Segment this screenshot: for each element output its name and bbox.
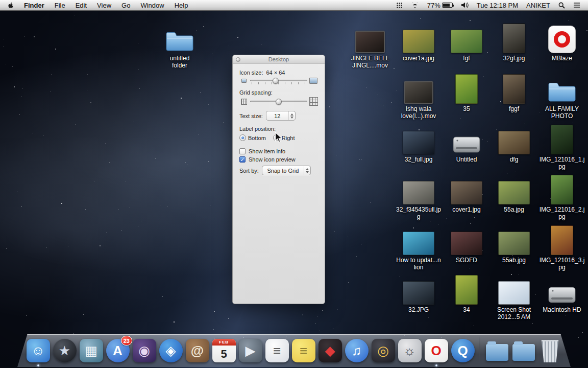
glyph: @ [191, 343, 204, 359]
desktop-icon-32gf-jpg[interactable]: 32gf.jpg [490, 19, 538, 62]
clock-menu[interactable]: Tue 12:18 PM [473, 0, 522, 11]
dock-quicktime[interactable]: Q [451, 338, 475, 362]
grid-spacing-slider-track[interactable] [250, 98, 307, 105]
file-label: MBlaze [538, 55, 586, 62]
spotlight-menu[interactable] [555, 0, 569, 11]
menu-file[interactable]: File [50, 0, 70, 11]
trash-icon [540, 340, 560, 362]
battery-icon [442, 3, 453, 8]
icon-size-label: Icon size: [239, 70, 263, 76]
desktop-icon-fggf[interactable]: fggf [490, 70, 538, 112]
dock-facetime[interactable]: ▶ [238, 338, 262, 362]
show-item-info-row[interactable]: Show item info [239, 148, 318, 154]
show-item-info-label: Show item info [249, 148, 285, 154]
desktop-icon-32-f345435ull-jpg[interactable]: 32_f345435ull.jpg [395, 171, 443, 220]
dock-mission-control[interactable]: ▦ [79, 338, 103, 362]
dock-contacts[interactable]: @ [185, 338, 209, 362]
desktop-icon-cover1a-jpg[interactable]: cover1a.jpg [395, 19, 443, 62]
show-item-info-checkbox[interactable] [239, 148, 246, 154]
documents-folder-icon [512, 344, 535, 361]
dock-itunes[interactable]: ♫ [345, 338, 369, 362]
desktop-icon-32-full-jpg[interactable]: 32_full.jpg [395, 121, 443, 163]
wifi-menu[interactable] [407, 0, 423, 11]
dock-trash[interactable] [538, 338, 562, 362]
label-position-bottom-radio[interactable]: Bottom [239, 134, 266, 141]
grid-spacing-slider-thumb[interactable] [276, 99, 282, 105]
dots-grid-menu[interactable] [393, 0, 406, 11]
file-label: Screen Shot 2012...5 AM [490, 306, 538, 320]
menu-help[interactable]: Help [169, 0, 193, 11]
desktop-icon-untitled[interactable]: Untitled [443, 121, 491, 163]
file-label: 55a.jpg [490, 206, 538, 213]
opera-icon: O [425, 339, 448, 362]
desktop-icon-all-family-photo[interactable]: ALL FAMILY PHOTO [538, 70, 586, 120]
desktop-icon-ishq-wala-love-l-mov[interactable]: Ishq wala love(l...).mov [395, 70, 443, 120]
text-size-popup[interactable]: 12 [266, 111, 296, 121]
dock-safari[interactable]: ◈ [159, 338, 183, 362]
desktop-icon-fgf[interactable]: fgf [443, 19, 491, 62]
menu-app-name[interactable]: Finder [19, 0, 50, 11]
menu-go[interactable]: Go [116, 0, 135, 11]
sound-menu[interactable] [457, 0, 472, 11]
desktop-icon-cover1-jpg[interactable]: cover1.jpg [443, 171, 491, 213]
show-icon-preview-row[interactable]: ✓ Show icon preview [239, 156, 318, 163]
desktop-icon-macintosh-hd[interactable]: Macintosh HD [538, 271, 586, 313]
desktop-icon-screen-shot-2012-5-am[interactable]: Screen Shot 2012...5 AM [490, 271, 538, 320]
desktop-icon-sgdfd[interactable]: SGDFD [443, 221, 491, 264]
image-icon [403, 271, 434, 305]
desktop-icon-34[interactable]: 34 [443, 271, 491, 313]
radio-button-bottom[interactable] [239, 134, 246, 141]
desktop-icon-img-121016-1-jpg[interactable]: IMG_121016_1.jpg [538, 121, 586, 170]
dock-reminders[interactable]: ≡ [265, 338, 289, 362]
dock: ☺★▦A23◉◈@FEB5▶≡≡◆♫◎☼OQ [17, 334, 571, 367]
desktop-icon-55ab-jpg[interactable]: 55ab.jpg [490, 221, 538, 264]
menu-view[interactable]: View [92, 0, 116, 11]
notification-center-menu[interactable] [570, 0, 584, 11]
radio-bottom-label: Bottom [248, 135, 266, 141]
dock-calendar[interactable]: FEB5 [212, 338, 236, 362]
desktop-icon-img-121016-3-jpg[interactable]: IMG_121016_3.jpg [538, 221, 586, 271]
dock-documents-folder[interactable] [511, 338, 535, 362]
icon-size-slider-track[interactable] [250, 77, 307, 84]
file-label: JINGLE BELL JINGL....mov [346, 55, 394, 69]
desktop-icon-dfg[interactable]: dfg [490, 121, 538, 163]
desktop-icon-jingle-bell-jingl-mov[interactable]: JINGLE BELL JINGL....mov [346, 19, 394, 69]
dock-media-app[interactable]: ◆ [318, 338, 342, 362]
desktop-icon-untitled-folder[interactable]: untitled folder [156, 19, 204, 69]
desktop-icon-img-121016-2-jpg[interactable]: IMG_121016_2.jpg [538, 171, 586, 220]
desktop-icon-mblaze[interactable]: MBlaze [538, 19, 586, 62]
dock-launchpad[interactable]: ★ [53, 338, 77, 362]
dock-system-preferences[interactable]: ☼ [398, 338, 422, 362]
icon-size-slider-thumb[interactable] [273, 78, 279, 84]
desktop-icon-55a-jpg[interactable]: 55a.jpg [490, 171, 538, 213]
menu-window[interactable]: Window [135, 0, 169, 11]
dock-opera[interactable]: O [424, 338, 448, 362]
dock-downloads-folder[interactable] [485, 338, 509, 362]
dock-notes[interactable]: ≡ [291, 338, 315, 362]
file-label: fgf [443, 55, 491, 62]
show-icon-preview-checkbox[interactable]: ✓ [239, 156, 246, 163]
desktop-icon-how-to-updat-n-lion[interactable]: How to updat...n lion [395, 221, 443, 271]
dock-finder[interactable]: ☺ [26, 338, 50, 362]
dock-iphoto[interactable]: ◎ [371, 338, 395, 362]
ring-logo-icon [554, 31, 570, 48]
glyph: ▶ [246, 343, 256, 359]
close-button[interactable] [236, 57, 240, 62]
thumbnail [451, 30, 482, 53]
file-label: How to updat...n lion [395, 257, 443, 271]
panel-titlebar[interactable]: Desktop [233, 55, 325, 64]
folder-icon [547, 70, 577, 104]
dock-photo-booth[interactable]: ◉ [132, 338, 156, 362]
sort-by-popup[interactable]: Snap to Grid [262, 166, 311, 175]
image-icon [451, 171, 482, 204]
user-menu[interactable]: ANIKET [523, 0, 554, 11]
battery-menu[interactable]: 77% [424, 0, 456, 11]
desktop-icon-32-jpg[interactable]: 32.JPG [395, 271, 443, 313]
desktop-icon-35[interactable]: 35 [443, 70, 491, 112]
file-label: 55ab.jpg [490, 257, 538, 264]
glyph: O [431, 343, 441, 359]
apple-menu[interactable] [2, 0, 19, 11]
contacts-icon: @ [186, 339, 209, 362]
dock-app-store[interactable]: A23 [106, 338, 130, 362]
menu-edit[interactable]: Edit [70, 0, 92, 11]
